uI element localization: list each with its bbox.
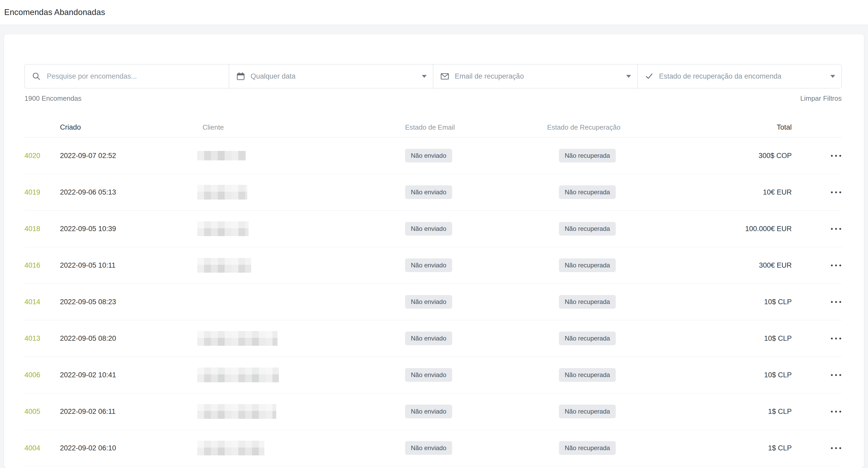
table-row[interactable]: 4005 2022-09-02 06:11 Não enviado Não re… xyxy=(25,393,842,430)
table-row[interactable]: 4013 2022-09-05 08:20 Não enviado Não re… xyxy=(25,320,842,357)
order-created-date: 2022-09-02 10:41 xyxy=(60,371,197,379)
page-header: Encomendas Abandonadas xyxy=(0,0,868,25)
order-created-date: 2022-09-05 10:11 xyxy=(60,261,197,270)
table-row[interactable]: 4004 2022-09-02 06:10 Não enviado Não re… xyxy=(25,430,842,466)
email-status-badge: Não enviado xyxy=(405,258,452,272)
row-actions-button[interactable] xyxy=(830,445,842,451)
order-client-cell xyxy=(197,258,405,273)
order-total: 1$ CLP xyxy=(710,444,792,452)
client-redacted-blob xyxy=(197,221,249,236)
recovery-email-filter-select[interactable]: Email de recuperação xyxy=(433,64,637,88)
chevron-down-icon xyxy=(422,75,427,78)
recovery-status-badge: Não recuperada xyxy=(559,258,616,272)
checkmark-icon xyxy=(644,71,654,81)
order-id-link[interactable]: 4013 xyxy=(25,335,40,342)
row-actions-button[interactable] xyxy=(830,153,842,159)
order-id-link[interactable]: 4004 xyxy=(25,444,40,452)
client-redacted-blob xyxy=(197,258,251,273)
order-id-link[interactable]: 4016 xyxy=(25,261,40,269)
order-client-cell xyxy=(197,441,405,456)
ellipsis-icon xyxy=(831,301,841,303)
email-status-badge: Não enviado xyxy=(405,295,452,309)
email-status-badge: Não enviado xyxy=(405,332,452,345)
client-redacted-blob xyxy=(197,368,279,382)
content-area: Qualquer data Email de recuperação xyxy=(0,25,868,468)
row-actions-button[interactable] xyxy=(830,409,842,415)
column-header-total: Total xyxy=(710,123,792,131)
email-status-badge: Não enviado xyxy=(405,441,452,455)
table-row[interactable]: 4018 2022-09-05 10:39 Não enviado Não re… xyxy=(25,211,842,247)
ellipsis-icon xyxy=(831,374,841,376)
table-row[interactable]: 4020 2022-09-07 02:52 Não enviado Não re… xyxy=(25,137,842,174)
summary-row: 1900 Encomendas Limpar Filtros xyxy=(25,94,842,102)
recovery-status-badge: Não recuperada xyxy=(559,295,616,309)
recovery-status-badge: Não recuperada xyxy=(559,332,616,345)
email-status-badge: Não enviado xyxy=(405,405,452,418)
order-total: 10€ EUR xyxy=(710,188,792,196)
recovery-status-badge: Não recuperada xyxy=(559,368,616,382)
client-redacted-blob xyxy=(197,404,276,419)
recovery-email-filter-label: Email de recuperação xyxy=(455,72,524,81)
search-input[interactable] xyxy=(46,72,222,81)
order-total: 10$ CLP xyxy=(710,371,792,379)
ellipsis-icon xyxy=(831,264,841,266)
recovery-status-badge: Não recuperada xyxy=(559,185,616,199)
orders-search-field[interactable] xyxy=(25,64,229,88)
table-row[interactable]: 4006 2022-09-02 10:41 Não enviado Não re… xyxy=(25,357,842,393)
column-header-email-status: Estado de Email xyxy=(405,123,547,131)
order-id-link[interactable]: 4014 xyxy=(25,298,40,306)
ellipsis-icon xyxy=(831,447,841,449)
client-redacted-blob xyxy=(197,151,246,160)
chevron-down-icon xyxy=(830,75,835,78)
order-total: 300€ EUR xyxy=(710,261,792,270)
order-total: 10$ CLP xyxy=(710,335,792,343)
order-client-cell xyxy=(197,151,405,160)
ellipsis-icon xyxy=(831,191,841,193)
row-actions-button[interactable] xyxy=(830,336,842,342)
row-actions-button[interactable] xyxy=(830,299,842,305)
client-redacted-blob xyxy=(197,331,278,346)
order-id-link[interactable]: 4006 xyxy=(25,371,40,379)
recovery-state-filter-select[interactable]: Estado de recuperação da encomenda xyxy=(637,64,842,88)
email-status-badge: Não enviado xyxy=(405,149,452,162)
order-created-date: 2022-09-05 08:20 xyxy=(60,335,197,343)
recovery-status-badge: Não recuperada xyxy=(559,149,616,162)
calendar-icon xyxy=(236,71,245,81)
order-created-date: 2022-09-05 10:39 xyxy=(60,225,197,233)
order-client-cell xyxy=(197,404,405,419)
abandoned-orders-card: Qualquer data Email de recuperação xyxy=(4,34,864,468)
chevron-down-icon xyxy=(626,75,631,78)
order-client-cell xyxy=(197,331,405,346)
table-row[interactable]: 4016 2022-09-05 10:11 Não enviado Não re… xyxy=(25,247,842,284)
order-id-link[interactable]: 4005 xyxy=(25,408,40,415)
order-id-link[interactable]: 4020 xyxy=(25,152,40,160)
row-actions-button[interactable] xyxy=(830,262,842,269)
order-client-cell xyxy=(197,221,405,236)
order-total: 100.000€ EUR xyxy=(710,225,792,233)
client-redacted-blob xyxy=(197,441,265,456)
recovery-status-badge: Não recuperada xyxy=(559,222,616,236)
email-status-badge: Não enviado xyxy=(405,222,452,236)
table-header: Criado Cliente Estado de Email Estado de… xyxy=(25,117,842,137)
order-id-link[interactable]: 4019 xyxy=(25,188,40,196)
orders-count: 1900 Encomendas xyxy=(25,94,82,102)
envelope-icon xyxy=(440,71,450,81)
row-actions-button[interactable] xyxy=(830,189,842,195)
order-id-link[interactable]: 4018 xyxy=(25,225,40,233)
order-created-date: 2022-09-02 06:10 xyxy=(60,444,197,452)
ellipsis-icon xyxy=(831,411,841,412)
clear-filters-link[interactable]: Limpar Filtros xyxy=(800,94,842,102)
table-row[interactable]: 4019 2022-09-06 05:13 Não enviado Não re… xyxy=(25,174,842,211)
filter-bar: Qualquer data Email de recuperação xyxy=(25,64,842,88)
row-actions-button[interactable] xyxy=(830,372,842,378)
recovery-state-filter-label: Estado de recuperação da encomenda xyxy=(659,72,781,81)
row-actions-button[interactable] xyxy=(830,226,842,232)
order-created-date: 2022-09-07 02:52 xyxy=(60,152,197,160)
date-filter-select[interactable]: Qualquer data xyxy=(229,64,433,88)
ellipsis-icon xyxy=(831,228,841,230)
recovery-status-badge: Não recuperada xyxy=(559,441,616,455)
order-created-date: 2022-09-06 05:13 xyxy=(60,188,197,196)
table-row[interactable]: 4014 2022-09-05 08:23 Não enviado Não re… xyxy=(25,284,842,320)
page-title: Encomendas Abandonadas xyxy=(4,8,105,17)
order-created-date: 2022-09-02 06:11 xyxy=(60,408,197,416)
